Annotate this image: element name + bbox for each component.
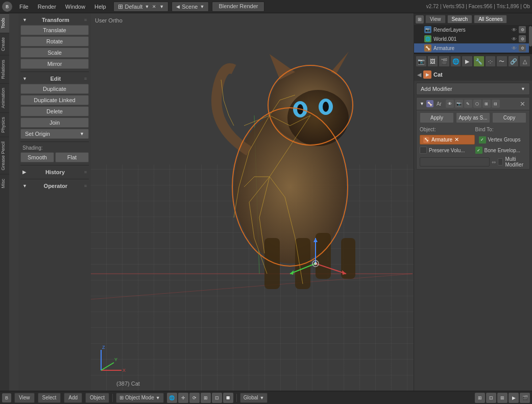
global-dropdown[interactable]: Global ▼ <box>240 393 268 403</box>
vertical-tabs: Tools Create Relations Animation Physics… <box>0 13 9 391</box>
prop-icon-render[interactable]: 🖼 <box>427 56 439 67</box>
smooth-btn[interactable]: Smooth <box>20 152 54 162</box>
vtab-physics[interactable]: Physics <box>0 112 9 137</box>
prop-icon-data[interactable]: △ <box>519 56 530 67</box>
prop-icon-scene[interactable]: 🎬 <box>439 56 450 67</box>
object-menu-btn[interactable]: Object <box>85 393 109 403</box>
vtab-misc[interactable]: Misc <box>0 174 9 193</box>
renderlayers-eye[interactable]: 👁 <box>512 27 517 33</box>
vtab-grease-pencil[interactable]: Grease Pencil <box>0 137 9 175</box>
renderlayers-settings[interactable]: ⚙ <box>519 26 526 33</box>
svg-line-33 <box>101 363 114 370</box>
duplicate-btn[interactable]: Duplicate <box>20 84 89 94</box>
operator-section-header[interactable]: ▼ Operator ≡ <box>20 181 89 191</box>
layer-btn3[interactable]: ⊞ <box>497 393 507 403</box>
mod-icon-cage[interactable]: ⬡ <box>473 100 481 108</box>
duplicate-linked-btn[interactable]: Duplicate Linked <box>20 95 89 105</box>
set-origin-btn[interactable]: Set Origin ▼ <box>20 129 89 139</box>
vtab-tools[interactable]: Tools <box>0 13 9 33</box>
vtab-animation[interactable]: Animation <box>0 83 9 112</box>
multi-modifier-checkbox[interactable] <box>498 158 503 165</box>
delete-btn[interactable]: Delete <box>20 106 89 116</box>
mod-icon-expand[interactable]: ⊞ <box>482 100 491 108</box>
vtab-relations[interactable]: Relations <box>0 55 9 83</box>
version-info: v2.72 | Verts:953 | Faces:956 | Tris:1,8… <box>426 4 530 9</box>
armature-vertexgroups-row: 🦴 Armature ✕ ✓ Vertex Groups <box>417 134 529 146</box>
scene-dropdown[interactable]: ◀ Scene ▼ <box>172 2 209 12</box>
world-settings[interactable]: ⚙ <box>519 35 526 42</box>
vertex-groups-checkbox[interactable]: ✓ <box>479 136 486 144</box>
modifier-collapse-arrow[interactable]: ▼ <box>420 101 424 106</box>
mod-icon-collapse[interactable]: ⊟ <box>492 100 500 108</box>
vtab-create[interactable]: Create <box>0 33 9 55</box>
object-mode-dropdown[interactable]: ⊞ Object Mode ▼ <box>116 393 164 403</box>
viewport-transform-icon[interactable]: ⊡ <box>212 393 222 403</box>
modifier-close-btn[interactable]: ✕ <box>518 100 526 108</box>
prop-icon-modifier[interactable]: 🔧 <box>473 56 485 67</box>
props-back-btn[interactable]: ◀ <box>417 72 421 78</box>
menu-render[interactable]: Render <box>34 3 60 11</box>
viewport-move-icon[interactable]: ✛ <box>178 393 188 403</box>
render-engine-dropdown[interactable]: Blender Render <box>212 2 264 12</box>
engine-dropdown[interactable]: ⊞ Default ▼ ✕ ▼ <box>113 2 169 12</box>
armature-eye[interactable]: 👁 <box>512 45 517 51</box>
select-menu-btn[interactable]: Select <box>38 393 61 403</box>
armature-clear-btn[interactable]: ✕ <box>454 136 459 143</box>
multi-modifier-label: Multi Modifier <box>505 156 526 168</box>
apply-as-btn[interactable]: Apply as S... <box>456 112 490 123</box>
mod-icon-render[interactable]: 📷 <box>455 100 463 108</box>
layer-btn1[interactable]: ⊞ <box>475 393 485 403</box>
armature-settings[interactable]: ⚙ <box>519 44 526 52</box>
copy-btn[interactable]: Copy <box>492 112 526 123</box>
layer-btn2[interactable]: ⊡ <box>486 393 496 403</box>
add-modifier-btn[interactable]: Add Modifier ▼ <box>416 83 530 95</box>
preserve-boneenv-row: Preserve Volu... ✓ Bone Envelop... <box>417 146 529 155</box>
mod-icon-eye[interactable]: 👁 <box>446 100 454 108</box>
view-menu-btn[interactable]: View <box>14 393 35 403</box>
prop-icon-camera[interactable]: 📷 <box>416 56 427 67</box>
mirror-btn[interactable]: Mirror <box>20 59 89 69</box>
svg-text:X: X <box>123 368 126 373</box>
view-btn[interactable]: View <box>425 15 446 23</box>
translate-btn[interactable]: Translate <box>20 25 89 35</box>
transform-section-header[interactable]: ▼ Transform ≡ <box>20 15 89 25</box>
viewport-rotate-icon[interactable]: ⟳ <box>189 393 200 403</box>
rotate-btn[interactable]: Rotate <box>20 36 89 46</box>
snap-icon[interactable]: 🔲 <box>223 393 233 403</box>
add-menu-btn[interactable]: Add <box>64 393 82 403</box>
preserve-vol-checkbox[interactable] <box>420 147 427 154</box>
history-section-header[interactable]: ▶ History ≡ <box>20 168 89 177</box>
prop-icon-particles[interactable]: ·:· <box>485 56 496 67</box>
search-btn[interactable]: Search <box>447 15 473 23</box>
outliner-scrollbar[interactable] <box>529 25 532 53</box>
modifier-vertex-group-input[interactable] <box>420 157 490 167</box>
prop-icon-object[interactable]: ▶ <box>462 56 473 67</box>
menu-file[interactable]: File <box>15 3 33 11</box>
video-icon[interactable]: 🎬 <box>520 393 530 403</box>
join-btn[interactable]: Join <box>20 117 89 128</box>
outliner-item-armature[interactable]: 🦴 Armature 👁 ⚙ <box>414 43 529 53</box>
outliner-item-renderlayers[interactable]: 📷 RenderLayers 👁 ⚙ <box>414 25 529 34</box>
bone-env-checkbox[interactable]: ✓ <box>475 147 482 154</box>
prop-icon-constraints[interactable]: 🔗 <box>508 56 519 67</box>
scale-btn[interactable]: Scale <box>20 47 89 58</box>
menu-window[interactable]: Window <box>61 3 89 11</box>
world-icon: 🌐 <box>424 35 431 42</box>
timeline-icon[interactable]: ▶ <box>509 393 519 403</box>
flat-btn[interactable]: Flat <box>55 152 89 162</box>
mod-icon-edit[interactable]: ✎ <box>464 100 472 108</box>
outliner-item-world[interactable]: 🌐 World.001 👁 ⚙ <box>414 34 529 43</box>
world-eye[interactable]: 👁 <box>512 36 517 42</box>
prop-icon-world[interactable]: 🌐 <box>450 56 462 67</box>
all-scenes-btn[interactable]: All Scenes <box>474 15 507 23</box>
menu-help[interactable]: Help <box>90 3 110 11</box>
armature-select-btn[interactable]: 🦴 Armature ✕ <box>420 135 475 145</box>
prop-icon-physics[interactable]: 〜 <box>496 56 507 67</box>
bottom-logo[interactable]: B <box>2 393 11 402</box>
apply-btn[interactable]: Apply <box>420 112 454 123</box>
viewport[interactable]: User Ortho <box>91 13 414 391</box>
edit-section-header[interactable]: ▼ Edit ≡ <box>20 74 89 83</box>
viewport-scale-icon[interactable]: ⊞ <box>201 393 211 403</box>
outliner-view-icon[interactable]: ⊞ <box>416 15 424 23</box>
global-icon[interactable]: 🌐 <box>167 393 177 403</box>
